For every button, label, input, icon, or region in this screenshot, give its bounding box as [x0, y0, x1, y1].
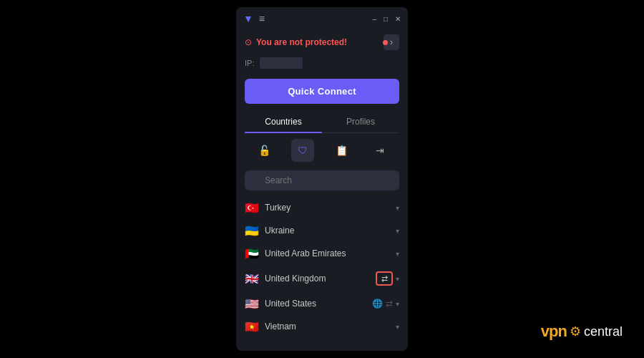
ukraine-flag-icon: 🇺🇦: [245, 226, 259, 236]
chevron-down-icon: ▾: [396, 204, 399, 212]
red-dot-indicator: [383, 40, 388, 45]
country-name: Turkey: [265, 203, 396, 213]
minimize-button[interactable]: –: [372, 15, 376, 23]
chevron-down-icon: ▾: [396, 323, 399, 331]
vietnam-flag-icon: 🇻🇳: [245, 321, 259, 332]
ip-label: IP:: [245, 59, 254, 67]
quick-connect-button[interactable]: Quick Connect: [245, 79, 399, 104]
title-bar-left: ▼ ≡: [243, 13, 265, 24]
list-item[interactable]: 🇬🇧 United Kingdom ⇄ ▾: [239, 265, 405, 292]
app-logo-icon: ▼: [243, 13, 253, 24]
warning-icon: ⊙: [245, 37, 252, 47]
list-item[interactable]: 🇻🇳 Vietnam ▾: [239, 315, 405, 338]
filter-login-icon[interactable]: ⇥: [369, 139, 391, 162]
ip-value: [260, 57, 303, 69]
country-name: Vietnam: [265, 321, 396, 332]
country-name: United States: [265, 299, 372, 309]
tab-countries[interactable]: Countries: [245, 111, 322, 132]
list-item[interactable]: 🇺🇸 United States 🌐 ⇄ ▾: [239, 292, 405, 315]
window-controls: – □ ✕: [372, 15, 401, 23]
uk-flag-icon: 🇬🇧: [245, 274, 259, 284]
list-item[interactable]: 🇺🇦 Ukraine ▾: [239, 219, 405, 242]
country-name: Ukraine: [265, 226, 396, 236]
uae-flag-icon: 🇦🇪: [245, 248, 259, 258]
status-text: You are not protected!: [256, 37, 347, 47]
search-row: 🔍: [236, 168, 408, 196]
list-item[interactable]: 🇹🇷 Turkey ▾: [239, 196, 405, 219]
chevron-down-icon: ▾: [396, 300, 399, 308]
globe-icon: 🌐: [372, 299, 383, 309]
ip-row: IP:: [236, 54, 408, 74]
filter-doc-icon[interactable]: 📋: [330, 139, 353, 162]
watermark-icon: ⚙: [570, 324, 581, 339]
country-name: United Arab Emirates: [265, 248, 396, 258]
watermark: vpn ⚙ central: [541, 322, 623, 341]
filter-all-icon[interactable]: 🔓: [253, 139, 275, 162]
maximize-button[interactable]: □: [384, 15, 388, 23]
list-item[interactable]: 🇦🇪 United Arab Emirates ▾: [239, 242, 405, 265]
turkey-flag-icon: 🇹🇷: [245, 203, 259, 213]
tab-profiles[interactable]: Profiles: [322, 111, 399, 132]
chevron-down-icon: ▾: [396, 250, 399, 258]
country-actions: 🌐 ⇄: [372, 299, 393, 309]
title-bar: ▼ ≡ – □ ✕: [236, 7, 408, 30]
refresh-icon[interactable]: ⇄: [386, 299, 393, 309]
watermark-central-text: central: [584, 324, 623, 339]
tabs: Countries Profiles: [245, 111, 399, 133]
watermark-vpn-text: vpn: [541, 322, 567, 341]
country-name: United Kingdom: [265, 274, 376, 284]
reconnect-button[interactable]: ⇄: [376, 271, 393, 286]
close-button[interactable]: ✕: [395, 15, 401, 23]
chevron-down-icon: ▾: [396, 275, 399, 283]
chevron-down-icon: ▾: [396, 227, 399, 235]
us-flag-icon: 🇺🇸: [245, 299, 259, 309]
search-wrapper: 🔍: [245, 170, 399, 190]
search-input[interactable]: [245, 170, 399, 190]
filter-shield-icon[interactable]: 🛡: [291, 139, 314, 162]
country-list: 🇹🇷 Turkey ▾ 🇺🇦 Ukraine ▾ 🇦🇪 United Arab …: [236, 196, 408, 351]
status-bar: ⊙ You are not protected! ›: [236, 30, 408, 54]
country-actions: ⇄: [376, 271, 393, 286]
vpn-app-window: ▼ ≡ – □ ✕ ⊙ You are not protected! › IP:…: [236, 7, 408, 351]
menu-icon[interactable]: ≡: [259, 13, 265, 24]
filter-icons-row: 🔓 🛡 📋 ⇥: [236, 133, 408, 168]
